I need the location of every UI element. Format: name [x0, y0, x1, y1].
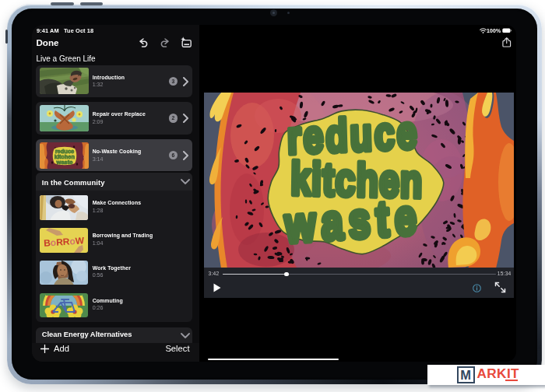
svg-text:waste: waste: [55, 159, 72, 166]
svg-text:waste: waste: [283, 188, 424, 253]
